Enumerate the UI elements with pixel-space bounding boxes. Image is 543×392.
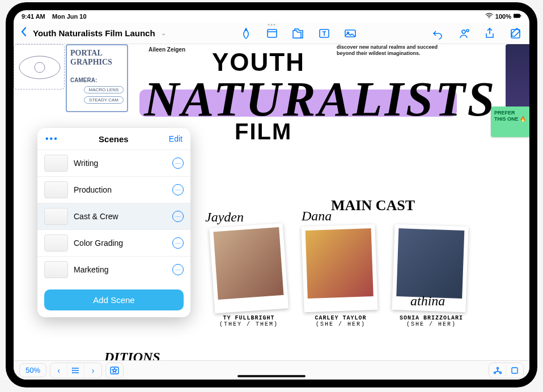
cast-caption-1: TY FULLBRIGHT(THEY / THEM) <box>206 315 291 327</box>
cast-signature-2: Dana <box>302 208 332 224</box>
scene-thumb <box>44 208 68 225</box>
title-naturalists: NATURALISTS <box>144 72 497 126</box>
cast-caption-2: CARLEY TAYLOR(SHE / HER) <box>298 315 383 327</box>
sketch-eye-card[interactable] <box>14 44 65 90</box>
cast-polaroid-1[interactable] <box>209 223 289 314</box>
wifi-icon <box>485 13 493 20</box>
svg-point-18 <box>72 372 73 373</box>
battery-pct: 100% <box>495 13 511 20</box>
sticky-note-icon[interactable] <box>265 27 279 40</box>
conditions-scribble: DITIONS <box>104 350 160 360</box>
svg-point-8 <box>462 30 465 33</box>
svg-point-17 <box>72 370 73 370</box>
svg-point-16 <box>72 368 73 368</box>
title-youth: YOUTH <box>212 50 497 75</box>
battery-icon <box>514 13 521 20</box>
svg-rect-1 <box>514 14 520 18</box>
collaborate-icon[interactable] <box>457 27 470 40</box>
status-date: Mon Jun 10 <box>52 13 87 20</box>
cast-signature-1: Jayden <box>205 210 244 225</box>
share-icon[interactable] <box>483 27 497 40</box>
camera-label: CAMERA: <box>70 77 124 83</box>
app-toolbar: Youth Naturalists Film Launch ⌄ <box>14 23 529 44</box>
scene-options-icon[interactable]: ⋯ <box>172 237 184 249</box>
pen-tool-icon[interactable] <box>239 27 253 40</box>
multitask-handle[interactable] <box>268 24 275 25</box>
text-box-icon[interactable] <box>317 27 331 40</box>
prev-scene-button[interactable]: ‹ <box>50 363 67 378</box>
status-bar: 9:41 AM Mon Jun 10 100% <box>14 10 529 23</box>
scene-thumb <box>44 261 68 278</box>
board-title[interactable]: Youth Naturalists Film Launch <box>33 28 155 38</box>
portal-graphics-label: PORTAL GRAPHICS <box>70 49 124 67</box>
scene-list-button[interactable] <box>67 363 84 378</box>
next-scene-button[interactable]: › <box>84 363 101 378</box>
add-scene-button[interactable]: Add Scene <box>44 289 184 310</box>
scene-star-button[interactable] <box>106 363 123 378</box>
svg-point-0 <box>489 18 489 18</box>
scene-item-color-grading[interactable]: Color Grading ⋯ <box>37 229 190 256</box>
scene-item-marketing[interactable]: Marketing ⋯ <box>37 256 190 283</box>
compose-icon[interactable] <box>509 27 523 40</box>
home-indicator[interactable] <box>237 375 306 377</box>
scene-options-icon[interactable]: ⋯ <box>172 211 184 222</box>
svg-point-20 <box>497 367 498 369</box>
scene-item-writing[interactable]: Writing ⋯ <box>37 150 190 176</box>
scenes-popover: ••• Scenes Edit Writing ⋯ Production ⋯ C… <box>37 128 190 317</box>
media-icon[interactable] <box>343 27 357 40</box>
scene-options-icon[interactable]: ⋯ <box>172 157 184 169</box>
scene-options-icon[interactable]: ⋯ <box>172 264 184 275</box>
back-button[interactable] <box>20 27 27 40</box>
cast-caption-3: SONIA BRIZZOLARI(SHE / HER) <box>389 315 474 327</box>
scene-thumb <box>44 155 68 172</box>
svg-rect-23 <box>512 368 517 373</box>
svg-rect-3 <box>268 29 277 37</box>
chip-macro-lens: MACRO LENS <box>84 86 124 93</box>
scenes-more-button[interactable]: ••• <box>45 134 58 144</box>
status-time: 9:41 AM <box>22 13 45 20</box>
svg-point-11 <box>19 56 60 79</box>
chevron-down-icon[interactable]: ⌄ <box>161 29 166 37</box>
cast-signature-3: athina <box>410 293 445 309</box>
scenes-title: Scenes <box>99 134 129 144</box>
scene-options-icon[interactable]: ⋯ <box>172 184 184 195</box>
scene-thumb <box>44 235 68 252</box>
files-icon[interactable] <box>291 27 305 40</box>
svg-rect-2 <box>520 15 521 17</box>
scene-item-cast-crew[interactable]: Cast & Crew ⋯ <box>37 203 190 229</box>
scene-thumb <box>44 181 68 198</box>
cast-polaroid-2[interactable] <box>301 224 377 312</box>
scene-item-production[interactable]: Production ⋯ <box>37 176 190 203</box>
chip-steady-cam: STEADY CAM <box>84 96 124 104</box>
svg-point-9 <box>466 29 469 32</box>
connections-icon[interactable] <box>489 363 506 378</box>
svg-point-12 <box>35 62 45 73</box>
shape-tool-icon[interactable] <box>506 363 523 378</box>
undo-icon[interactable] <box>431 27 444 40</box>
zoom-level[interactable]: 50% <box>19 363 46 377</box>
sticky-note-text: PREFER THIS ONE 🔥 <box>494 110 526 122</box>
scenes-edit-button[interactable]: Edit <box>169 134 183 143</box>
title-art: YOUTH NATURALISTS FILM <box>144 50 497 143</box>
main-cast-label: MAIN CAST <box>331 197 415 214</box>
sketch-portal-card[interactable]: PORTAL GRAPHICS CAMERA: MACRO LENS STEAD… <box>66 44 128 112</box>
